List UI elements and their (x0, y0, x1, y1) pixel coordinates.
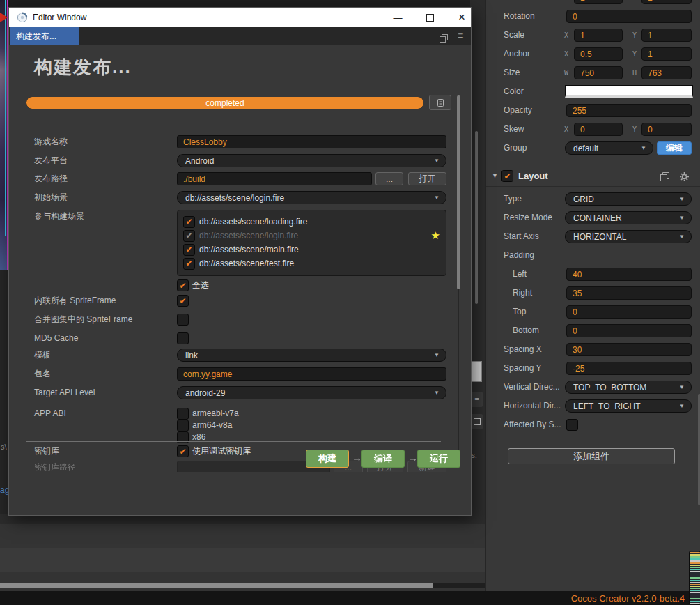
platform-dropdown[interactable]: Android ▼ (177, 154, 446, 167)
layout-row-start-axis: Start Axis HORIZONTAL ▼ (486, 230, 700, 243)
resize-mode-dropdown[interactable]: CONTAINER ▼ (565, 211, 692, 224)
console-text: s\ (1, 443, 7, 451)
type-dropdown[interactable]: GRID ▼ (565, 192, 692, 206)
chevron-down-icon: ▼ (679, 385, 685, 390)
skew-x-field[interactable] (574, 123, 623, 136)
close-button[interactable]: × (453, 8, 471, 27)
horizontal-scrollbar[interactable] (0, 583, 485, 588)
gutter-panel-button[interactable] (471, 414, 483, 429)
opacity-field[interactable] (566, 104, 692, 117)
size-w-field[interactable] (574, 66, 623, 79)
select-all-checkbox[interactable]: ✔ (177, 279, 189, 291)
group-dropdown[interactable]: default ▼ (565, 141, 653, 155)
docs-icon[interactable] (660, 171, 669, 184)
field-label: MD5 Cache (34, 332, 78, 345)
gutter-menu-button[interactable]: ≡ (471, 392, 483, 407)
field-label: 游戏名称 (34, 135, 68, 148)
horizontal-direction-dropdown[interactable]: LEFT_TO_RIGHT ▼ (565, 399, 692, 413)
package-name-input[interactable] (177, 367, 446, 381)
property-label: Size (504, 66, 520, 79)
scene-path: db://assets/scene/login.fire (199, 231, 298, 240)
field-row-merge-spriteframe: 合并图集中的 SpriteFrame (9, 313, 471, 327)
add-component-button[interactable]: 添加组件 (508, 448, 675, 464)
scene-path: db://assets/scene/loading.fire (199, 217, 307, 227)
background-band (0, 548, 485, 572)
inline-spriteframe-checkbox[interactable]: ✔ (177, 295, 189, 307)
build-button[interactable]: 构建 (306, 450, 349, 468)
spacing-y-field[interactable] (566, 362, 692, 375)
group-edit-button[interactable]: 编辑 (657, 141, 692, 155)
scene-list-item[interactable]: ✔ db://assets/scene/test.fire (178, 256, 446, 270)
md5-cache-checkbox[interactable] (177, 332, 189, 344)
property-row-scale: Scale X Y (486, 29, 700, 42)
gutter-scrollbar-thumb[interactable] (475, 131, 478, 304)
padding-right-field[interactable] (566, 286, 692, 300)
layout-row-padding-bottom: Bottom (486, 324, 700, 337)
padding-top-field[interactable] (566, 305, 692, 319)
abi-arm64-v8a-checkbox[interactable] (177, 420, 189, 431)
dialog-scrollbar-thumb[interactable] (457, 95, 460, 289)
start-scene-dropdown[interactable]: db://assets/scene/login.fire ▼ (177, 191, 446, 204)
skew-y-field[interactable] (641, 123, 692, 136)
position-y-field[interactable] (641, 0, 692, 4)
scene-checkbox[interactable]: ✔ (183, 258, 195, 270)
size-h-field[interactable] (641, 66, 692, 79)
start-axis-dropdown[interactable]: HORIZONTAL ▼ (565, 230, 692, 243)
build-path-input[interactable] (177, 172, 372, 185)
vertical-direction-dropdown[interactable]: TOP_TO_BOTTOM ▼ (565, 381, 692, 394)
scale-y-field[interactable] (641, 29, 692, 42)
field-row-platform: 发布平台 Android ▼ (9, 154, 471, 168)
browse-path-button[interactable]: ... (375, 172, 403, 185)
field-row-build-path: 发布路径 ... 打开 (9, 172, 471, 186)
rotation-field[interactable] (566, 10, 692, 23)
scene-list-item[interactable]: ✔ db://assets/scene/login.fire (178, 229, 446, 243)
field-label: 发布平台 (34, 154, 68, 167)
open-path-button[interactable]: 打开 (408, 172, 446, 185)
target-api-dropdown[interactable]: android-29 ▼ (177, 386, 446, 399)
affected-by-scale-checkbox[interactable] (566, 419, 578, 431)
tab-build-publish[interactable]: 构建发布... (10, 27, 79, 45)
merge-spriteframe-checkbox[interactable] (177, 314, 189, 326)
layout-row-spacing-x: Spacing X (486, 343, 700, 356)
scene-list: ✔ db://assets/scene/loading.fire ✔ db://… (177, 210, 446, 276)
field-label: 内联所有 SpriteFrame (34, 294, 116, 307)
property-label: Spacing X (504, 343, 542, 356)
scene-checkbox[interactable]: ✔ (183, 244, 195, 256)
abi-armeabi-v7a-checkbox[interactable] (177, 408, 189, 420)
maximize-button[interactable] (421, 8, 439, 27)
scene-list-item[interactable]: ✔ db://assets/scene/loading.fire (178, 215, 446, 229)
layout-enabled-checkbox[interactable]: ✔ (501, 170, 513, 182)
scene-checkbox[interactable]: ✔ (183, 216, 195, 228)
compile-button[interactable]: 编译 (361, 450, 405, 468)
horizontal-scrollbar-thumb[interactable] (0, 583, 433, 588)
collapse-triangle-icon[interactable]: ▼ (492, 170, 498, 182)
game-name-input[interactable] (177, 135, 446, 148)
scale-x-field[interactable] (574, 29, 623, 42)
field-label: 密钥库 (34, 445, 59, 458)
minimize-button[interactable]: — (389, 8, 407, 27)
padding-left-field[interactable] (566, 268, 692, 281)
padding-bottom-field[interactable] (566, 324, 692, 337)
gear-icon[interactable] (680, 171, 689, 184)
position-x-field[interactable] (574, 0, 623, 4)
color-swatch[interactable] (565, 85, 693, 98)
use-debug-keystore-checkbox[interactable]: ✔ (177, 445, 189, 457)
layout-row-padding-right: Right (486, 286, 700, 300)
template-dropdown[interactable]: link ▼ (177, 349, 446, 362)
axis-h-label: H (632, 66, 637, 79)
property-label: Right (513, 286, 532, 300)
anchor-y-field[interactable] (641, 47, 692, 61)
float-panel-icon[interactable] (440, 33, 448, 45)
run-button[interactable]: 运行 (417, 450, 460, 468)
scene-list-item[interactable]: ✔ db://assets/scene/main.fire (178, 243, 446, 256)
panel-menu-icon[interactable]: ≡ (458, 30, 463, 41)
anchor-x-field[interactable] (574, 47, 623, 61)
window-titlebar[interactable]: Editor Window — × (9, 8, 471, 27)
open-build-log-button[interactable] (429, 95, 451, 110)
property-label: Skew (504, 123, 524, 136)
layout-component-header[interactable]: ▼ ✔ Layout (486, 170, 700, 182)
property-label: Rotation (504, 10, 535, 23)
property-row-position: Position (486, 0, 700, 4)
spacing-x-field[interactable] (566, 343, 692, 356)
background-band (0, 572, 485, 591)
